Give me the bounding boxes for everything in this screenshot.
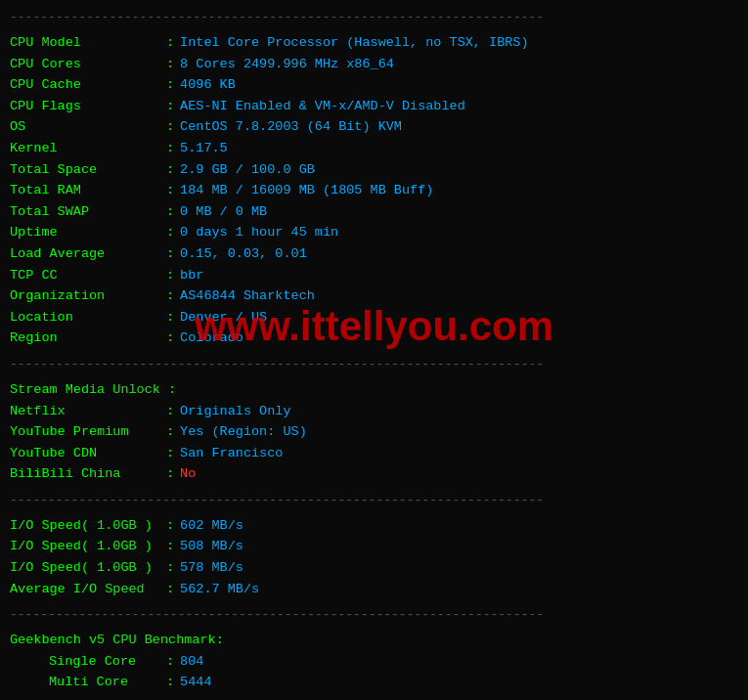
cpu-flags-label: CPU Flags [10,96,166,117]
total-ram-label: Total RAM [10,180,166,201]
benchmark-header: Geekbench v5 CPU Benchmark: [10,630,224,651]
table-row: CPU Cache : 4096 KB [10,74,738,96]
table-row: Location : Denver / US [10,307,738,328]
colon: : [166,159,174,181]
total-space-value: 2.9 GB / 100.0 GB [180,159,315,181]
colon: : [166,557,174,579]
table-row: CPU Flags : AES-NI Enabled & VM-x/AMD-V … [10,96,738,117]
media-section: Stream Media Unlock : Netflix : Original… [10,375,738,489]
colon: : [166,579,174,600]
table-row: Total RAM : 184 MB / 16009 MB (1805 MB B… [10,180,738,201]
top-divider: ----------------------------------------… [10,10,738,24]
divider-1: ----------------------------------------… [10,357,738,372]
total-swap-label: Total SWAP [10,201,166,223]
colon: : [166,222,174,243]
colon: : [166,96,174,117]
bilibili-label: BiliBili China [10,463,166,485]
io-section: I/O Speed( 1.0GB ) : 602 MB/s I/O Speed(… [10,511,738,603]
youtube-cdn-label: YouTube CDN [10,443,166,464]
colon: : [166,138,174,159]
total-swap-value: 0 MB / 0 MB [180,201,267,223]
cpu-cores-value: 8 Cores 2499.996 MHz x86_64 [180,54,394,75]
colon: : [166,180,174,201]
single-core-value: 804 [180,651,203,673]
table-row: Load Average : 0.15, 0.03, 0.01 [10,243,738,265]
table-row: Total Space : 2.9 GB / 100.0 GB [10,159,738,181]
cpu-cores-label: CPU Cores [10,54,166,75]
colon: : [166,307,174,328]
colon: : [166,116,174,138]
table-row: Total SWAP : 0 MB / 0 MB [10,201,738,223]
load-avg-label: Load Average [10,243,166,265]
colon: : [166,651,174,673]
youtube-premium-value: Yes (Region: US) [180,421,307,443]
netflix-value: Originals Only [180,401,290,422]
cpu-model-value: Intel Core Processor (Haswell, no TSX, I… [180,32,528,54]
benchmark-section: Geekbench v5 CPU Benchmark: Single Core … [10,626,738,697]
table-row: Organization : AS46844 Sharktech [10,285,738,307]
table-row: Average I/O Speed : 562.7 MB/s [10,579,738,600]
table-row: I/O Speed( 1.0GB ) : 578 MB/s [10,557,738,579]
cpu-cache-value: 4096 KB [180,74,236,96]
uptime-value: 0 days 1 hour 45 min [180,222,338,243]
os-label: OS [10,116,166,138]
table-row: CPU Model : Intel Core Processor (Haswel… [10,32,738,54]
colon: : [166,401,174,422]
load-avg-value: 0.15, 0.03, 0.01 [180,243,307,265]
colon: : [166,463,174,485]
avg-io-label: Average I/O Speed [10,579,166,600]
colon: : [166,421,174,443]
system-section: CPU Model : Intel Core Processor (Haswel… [10,28,738,353]
io-speed-2-value: 508 MB/s [180,536,243,557]
table-row: OS : CentOS 7.8.2003 (64 Bit) KVM [10,116,738,138]
os-value: CentOS 7.8.2003 (64 Bit) KVM [180,116,402,138]
table-row: Netflix : Originals Only [10,401,738,422]
table-row: YouTube CDN : San Francisco [10,443,738,464]
tcp-cc-value: bbr [180,265,203,286]
colon: : [166,32,174,54]
table-row: I/O Speed( 1.0GB ) : 602 MB/s [10,515,738,537]
org-value: AS46844 Sharktech [180,285,315,307]
netflix-label: Netflix [10,401,166,422]
colon: : [166,536,174,557]
multi-core-value: 5444 [180,672,211,693]
table-row: Uptime : 0 days 1 hour 45 min [10,222,738,243]
cpu-model-label: CPU Model [10,32,166,54]
kernel-value: 5.17.5 [180,138,228,159]
table-row: Kernel : 5.17.5 [10,138,738,159]
colon: : [166,265,174,286]
table-row: I/O Speed( 1.0GB ) : 508 MB/s [10,536,738,557]
io-speed-1-value: 602 MB/s [180,515,243,537]
uptime-label: Uptime [10,222,166,243]
youtube-premium-label: YouTube Premium [10,421,166,443]
colon: : [166,74,174,96]
divider-2: ----------------------------------------… [10,493,738,507]
tcp-cc-label: TCP CC [10,265,166,286]
colon: : [166,285,174,307]
org-label: Organization [10,285,166,307]
cpu-flags-value: AES-NI Enabled & VM-x/AMD-V Disabled [180,96,465,117]
kernel-label: Kernel [10,138,166,159]
cpu-cache-label: CPU Cache [10,74,166,96]
region-value: Colorado [180,328,243,349]
table-row: TCP CC : bbr [10,265,738,286]
bilibili-value: No [180,463,196,485]
colon: : [166,443,174,464]
divider-3: ----------------------------------------… [10,607,738,622]
table-row: BiliBili China : No [10,463,738,485]
location-label: Location [10,307,166,328]
single-core-label: Single Core [10,651,166,673]
table-row: CPU Cores : 8 Cores 2499.996 MHz x86_64 [10,54,738,75]
io-speed-3-value: 578 MB/s [180,557,243,579]
total-ram-value: 184 MB / 16009 MB (1805 MB Buff) [180,180,433,201]
table-row: YouTube Premium : Yes (Region: US) [10,421,738,443]
colon: : [166,328,174,349]
table-row: Region : Colorado [10,328,738,349]
table-row: Multi Core : 5444 [10,672,738,693]
total-space-label: Total Space [10,159,166,181]
region-label: Region [10,328,166,349]
multi-core-label: Multi Core [10,672,166,693]
media-header-row: Stream Media Unlock : [10,379,738,401]
colon: : [166,201,174,223]
media-header: Stream Media Unlock : [10,379,176,401]
